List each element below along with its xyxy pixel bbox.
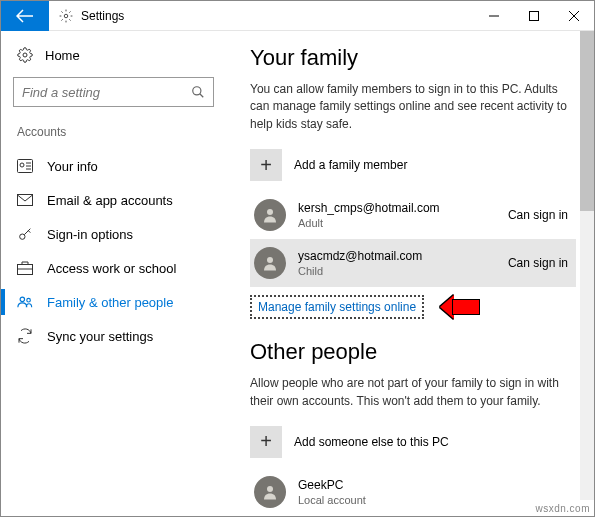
plus-icon: + <box>250 149 282 181</box>
minimize-icon <box>489 11 499 21</box>
avatar-icon <box>254 247 286 279</box>
window-title: Settings <box>81 9 474 23</box>
svg-point-12 <box>267 257 273 263</box>
search-box[interactable] <box>13 77 214 107</box>
family-member-row[interactable]: kersh_cmps@hotmail.com Adult Can sign in <box>250 191 576 239</box>
minimize-button[interactable] <box>474 1 514 31</box>
key-icon <box>17 226 33 242</box>
family-description: You can allow family members to sign in … <box>250 81 576 133</box>
sync-icon <box>17 328 33 344</box>
svg-point-7 <box>20 234 25 239</box>
svg-point-10 <box>27 298 31 302</box>
svg-rect-1 <box>530 11 539 20</box>
people-icon <box>17 294 33 310</box>
maximize-button[interactable] <box>514 1 554 31</box>
settings-icon <box>59 9 73 23</box>
category-header: Accounts <box>1 121 226 143</box>
user-role: Local account <box>298 494 572 506</box>
back-button[interactable] <box>1 1 49 31</box>
callout-arrow-icon <box>440 295 480 319</box>
member-status: Can sign in <box>508 208 572 222</box>
mail-icon <box>17 192 33 208</box>
add-other-user[interactable]: + Add someone else to this PC <box>250 426 576 458</box>
svg-point-13 <box>267 486 273 492</box>
family-member-row[interactable]: ysacmdz@hotmail.com Child Can sign in <box>250 239 576 287</box>
member-role: Adult <box>298 217 496 229</box>
scrollbar[interactable] <box>580 31 594 500</box>
close-button[interactable] <box>554 1 594 31</box>
nav-label: Access work or school <box>47 261 176 276</box>
add-family-member[interactable]: + Add a family member <box>250 149 576 181</box>
member-role: Child <box>298 265 496 277</box>
svg-point-2 <box>23 53 27 57</box>
family-heading: Your family <box>250 45 576 71</box>
other-people-heading: Other people <box>250 339 576 365</box>
sidebar-item-email-accounts[interactable]: Email & app accounts <box>1 183 226 217</box>
search-input[interactable] <box>22 85 191 100</box>
svg-point-9 <box>20 297 24 301</box>
main-content: Your family You can allow family members… <box>226 31 594 516</box>
manage-family-link[interactable]: Manage family settings online <box>250 295 424 319</box>
scrollbar-thumb[interactable] <box>580 31 594 211</box>
close-icon <box>569 11 579 21</box>
nav-label: Sync your settings <box>47 329 153 344</box>
add-other-label: Add someone else to this PC <box>294 435 449 449</box>
nav-label: Email & app accounts <box>47 193 173 208</box>
svg-point-0 <box>64 14 68 18</box>
other-people-description: Allow people who are not part of your fa… <box>250 375 576 410</box>
member-email: ysacmdz@hotmail.com <box>298 249 496 263</box>
search-icon <box>191 85 205 99</box>
avatar-icon <box>254 199 286 231</box>
svg-point-11 <box>267 209 273 215</box>
sidebar-item-sync[interactable]: Sync your settings <box>1 319 226 353</box>
nav-label: Sign-in options <box>47 227 133 242</box>
add-family-label: Add a family member <box>294 158 407 172</box>
svg-point-5 <box>20 163 24 167</box>
sidebar-item-family-people[interactable]: Family & other people <box>1 285 226 319</box>
maximize-icon <box>529 11 539 21</box>
gear-icon <box>17 47 33 63</box>
sidebar-item-your-info[interactable]: Your info <box>1 149 226 183</box>
arrow-left-icon <box>16 9 34 23</box>
nav-label: Family & other people <box>47 295 173 310</box>
home-nav[interactable]: Home <box>1 41 226 69</box>
member-status: Can sign in <box>508 256 572 270</box>
briefcase-icon <box>17 260 33 276</box>
nav-label: Your info <box>47 159 98 174</box>
other-user-row[interactable]: GeekPC Local account <box>250 468 576 516</box>
sidebar-item-work-school[interactable]: Access work or school <box>1 251 226 285</box>
titlebar: Settings <box>1 1 594 31</box>
home-label: Home <box>45 48 80 63</box>
member-email: kersh_cmps@hotmail.com <box>298 201 496 215</box>
svg-point-3 <box>193 87 201 95</box>
sidebar: Home Accounts Your info Email & app acco… <box>1 31 226 516</box>
watermark: wsxdn.com <box>535 503 590 514</box>
svg-rect-6 <box>18 195 33 206</box>
avatar-icon <box>254 476 286 508</box>
person-card-icon <box>17 158 33 174</box>
plus-icon: + <box>250 426 282 458</box>
sidebar-item-signin-options[interactable]: Sign-in options <box>1 217 226 251</box>
user-name: GeekPC <box>298 478 572 492</box>
